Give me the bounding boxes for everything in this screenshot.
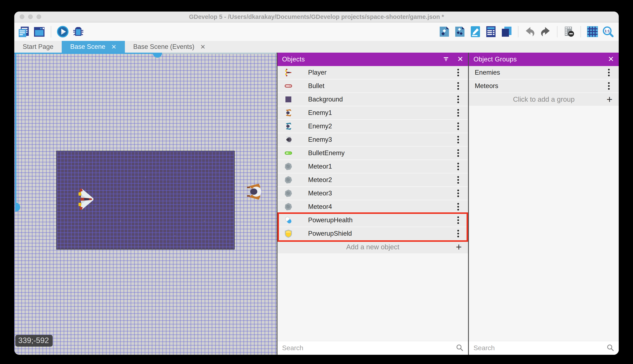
- instances-list-panel-icon[interactable]: [485, 26, 497, 38]
- object-label: PowerupHealth: [308, 216, 353, 224]
- object-label: Enemy2: [308, 122, 332, 130]
- player-instance-sprite[interactable]: [78, 189, 94, 210]
- tab-base-scene-events-[interactable]: Base Scene (Events)✕: [125, 41, 214, 53]
- toggle-mask-icon[interactable]: [563, 26, 575, 38]
- object-label: Bullet: [308, 82, 325, 90]
- enemy-instance-sprite[interactable]: [246, 182, 263, 201]
- object-row-player[interactable]: Player: [277, 66, 468, 80]
- more-options-icon[interactable]: [605, 68, 613, 77]
- object-row-poweruphealth[interactable]: PowerupHealth: [277, 214, 468, 227]
- object-label: Background: [308, 96, 343, 103]
- more-options-icon[interactable]: [454, 81, 462, 90]
- close-icon[interactable]: [457, 55, 464, 63]
- tab-start-page[interactable]: Start Page: [14, 41, 62, 53]
- add-object-label: Add a new object: [346, 243, 399, 251]
- background-square-icon: [284, 95, 292, 104]
- more-options-icon[interactable]: [454, 229, 462, 238]
- bullet-red-icon: [284, 82, 292, 90]
- objects-panel-title: Objects: [282, 56, 305, 63]
- objects-list: PlayerBulletBackgroundEnemy1Enemy2Enemy3…: [277, 66, 468, 240]
- tab-close-icon[interactable]: ✕: [111, 43, 117, 50]
- tab-base-scene[interactable]: Base Scene✕: [62, 41, 125, 53]
- more-options-icon[interactable]: [454, 189, 462, 198]
- debug-icon[interactable]: [72, 26, 84, 38]
- object-row-enemy3[interactable]: Enemy3: [277, 133, 468, 146]
- object-row-powerupshield[interactable]: PowerupShield: [277, 227, 468, 240]
- vertical-scrollbar-fill[interactable]: [15, 53, 16, 202]
- toggle-grid-icon[interactable]: [586, 26, 598, 38]
- more-options-icon[interactable]: [454, 68, 462, 77]
- more-options-icon[interactable]: [454, 162, 462, 171]
- horizontal-scrollbar-fill[interactable]: [14, 53, 153, 54]
- more-options-icon[interactable]: [454, 108, 462, 118]
- tab-label: Start Page: [23, 43, 53, 50]
- preview-icon[interactable]: [33, 26, 45, 38]
- object-label: Enemy1: [308, 109, 332, 116]
- groups-search-input[interactable]: [473, 344, 606, 352]
- star-speck: [95, 206, 96, 207]
- more-options-icon[interactable]: [454, 148, 462, 158]
- group-row-enemies[interactable]: Enemies: [469, 66, 619, 80]
- title-bar[interactable]: GDevelop 5 - /Users/dkarakay/Documents/G…: [14, 12, 619, 22]
- more-options-icon[interactable]: [454, 175, 462, 184]
- svg-text:1:1: 1:1: [605, 29, 610, 33]
- enemy-orange-icon: [284, 108, 292, 117]
- layers-panel-icon[interactable]: [500, 26, 512, 38]
- undo-icon[interactable]: [524, 26, 536, 38]
- objects-panel-icon[interactable]: [438, 26, 450, 38]
- object-label: Player: [308, 69, 327, 76]
- plus-icon[interactable]: +: [456, 242, 462, 252]
- objects-search-input[interactable]: [282, 344, 456, 352]
- toolbar-separator: [51, 26, 51, 37]
- group-row-meteors[interactable]: Meteors: [469, 80, 619, 93]
- meteor-icon: [284, 202, 292, 211]
- project-manager-icon[interactable]: [18, 26, 30, 38]
- object-row-enemy2[interactable]: Enemy2: [277, 120, 468, 133]
- tab-label: Base Scene: [70, 43, 105, 50]
- window-title: GDevelop 5 - /Users/dkarakay/Documents/G…: [14, 14, 619, 20]
- object-row-enemy1[interactable]: Enemy1: [277, 106, 468, 120]
- object-row-bulletenemy[interactable]: BulletEnemy: [277, 146, 468, 160]
- star-speck: [204, 220, 205, 222]
- object-groups-list: EnemiesMeteors: [469, 66, 619, 93]
- object-row-meteor4[interactable]: Meteor4: [277, 200, 468, 214]
- object-row-bullet[interactable]: Bullet: [277, 80, 468, 93]
- more-options-icon[interactable]: [605, 81, 613, 90]
- star-speck: [174, 235, 175, 236]
- powerup-shield-icon: [284, 230, 292, 238]
- more-options-icon[interactable]: [454, 122, 462, 131]
- object-row-meteor1[interactable]: Meteor1: [277, 160, 468, 174]
- more-options-icon[interactable]: [454, 216, 462, 225]
- more-options-icon[interactable]: [454, 135, 462, 144]
- vertical-scrollbar-thumb[interactable]: [15, 202, 20, 212]
- properties-panel-icon[interactable]: [469, 26, 481, 38]
- close-icon[interactable]: [607, 55, 614, 63]
- redo-icon[interactable]: [539, 26, 552, 38]
- player-ship-icon: [284, 68, 292, 77]
- object-row-meteor2[interactable]: Meteor2: [277, 174, 468, 187]
- horizontal-scrollbar-thumb[interactable]: [153, 53, 162, 58]
- object-groups-panel-icon[interactable]: [454, 26, 466, 38]
- plus-icon[interactable]: +: [606, 94, 612, 104]
- add-group-row[interactable]: Click to add a group +: [469, 93, 619, 106]
- main-area: 339;-592 Objects PlayerBulletBackgroundE…: [14, 53, 619, 355]
- group-label: Enemies: [475, 69, 500, 76]
- object-label: Meteor2: [308, 176, 332, 184]
- object-label: PowerupShield: [308, 230, 352, 237]
- more-options-icon[interactable]: [454, 95, 462, 104]
- play-icon[interactable]: [57, 26, 69, 38]
- scene-editor-canvas[interactable]: 339;-592: [14, 53, 277, 355]
- search-icon[interactable]: [606, 344, 619, 352]
- search-icon[interactable]: [456, 344, 468, 352]
- object-row-meteor3[interactable]: Meteor3: [277, 187, 468, 200]
- tab-close-icon[interactable]: ✕: [200, 43, 205, 50]
- object-label: Meteor1: [308, 163, 332, 170]
- filter-icon[interactable]: [442, 55, 450, 63]
- toolbar-left-group: [18, 26, 84, 38]
- more-options-icon[interactable]: [454, 202, 462, 211]
- star-speck: [216, 196, 217, 196]
- zoom-1-1-icon[interactable]: 1:1: [602, 26, 614, 38]
- object-row-background[interactable]: Background: [277, 93, 468, 106]
- add-object-row[interactable]: Add a new object +: [277, 240, 468, 254]
- add-group-label: Click to add a group: [513, 96, 575, 103]
